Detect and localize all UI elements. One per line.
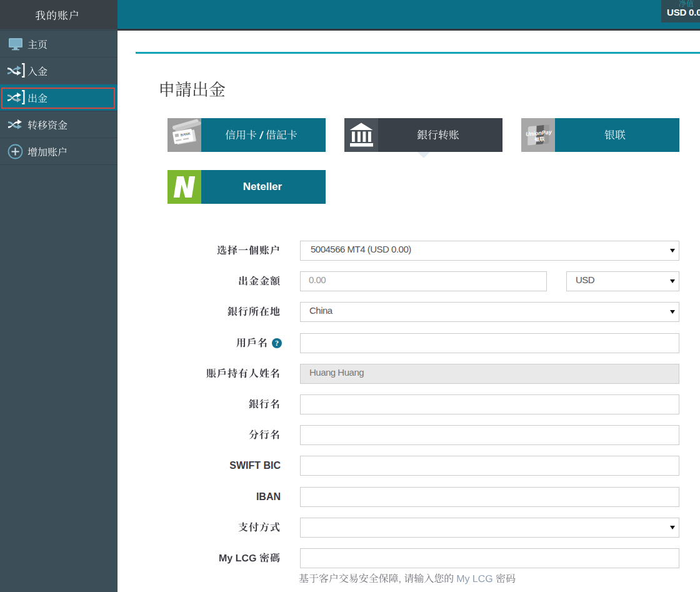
svg-text:银联: 银联 <box>534 136 545 143</box>
